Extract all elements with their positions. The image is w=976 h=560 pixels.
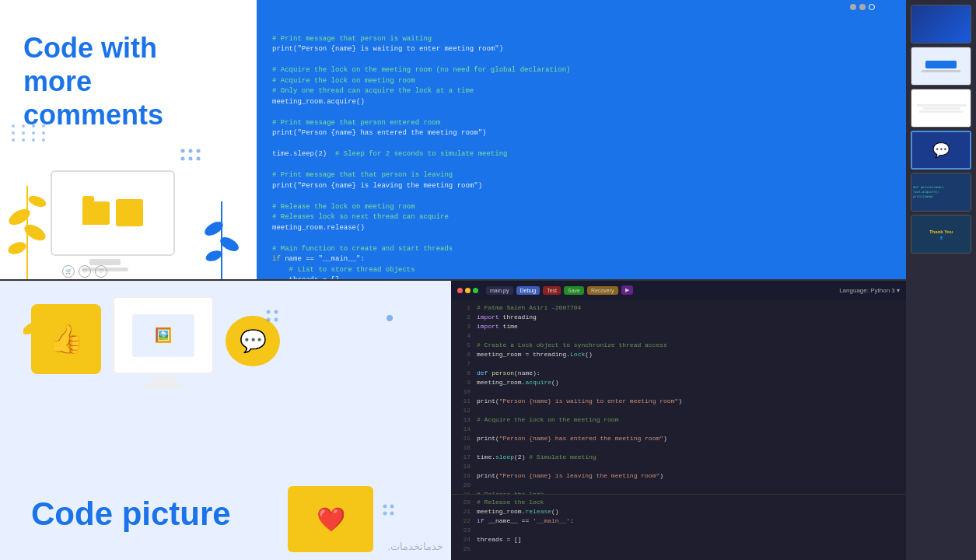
code-line: 1 # Fatma Saleh Asiri -2007704 [455, 303, 902, 313]
monitor-image-icon: 🖼️ [113, 296, 214, 374]
svg-point-24 [383, 511, 387, 515]
svg-point-9 [181, 149, 185, 152]
code-line: 15 print("Person {name} has entered the … [455, 434, 902, 443]
minimize-button[interactable] [465, 288, 471, 293]
slide-thumb-2[interactable] [911, 47, 971, 86]
slide-thumb-5[interactable]: def person(name): lock.acquire() print(n… [911, 173, 971, 212]
svg-point-18 [267, 310, 271, 314]
svg-point-19 [275, 310, 278, 314]
code-line-bottom: 21 meeting_room.release() [455, 507, 902, 516]
top-section: Code with more comments [0, 0, 906, 279]
tab-test[interactable]: Test [543, 286, 561, 295]
code-editor-panel: main.py Debug Test Save Recovery ▶ Langu… [451, 281, 906, 560]
code-line-bottom: 22 if __name__ == '__main__': [455, 516, 902, 526]
bottom-section: 👍 🖼️ [0, 281, 906, 560]
monitor-content [82, 199, 143, 226]
code-line: 14 [455, 425, 902, 434]
code-line: 4 [455, 331, 902, 341]
title-line1: Code with more [23, 32, 157, 97]
slides-sidebar: 💬 def person(name): lock.acquire() print… [906, 0, 976, 560]
code-line: 18 [455, 462, 902, 471]
title-line2: comments [23, 99, 163, 131]
watermark-text: خدمات [420, 541, 443, 552]
social-icons-row: 🛒 ♡ ♡ [62, 265, 107, 278]
code-line: 8 def person(name): [455, 369, 902, 378]
svg-point-23 [390, 504, 394, 508]
code-line: 17 time.sleep(2) # Simulate meeting [455, 453, 902, 462]
language-label: Language: Python 3 ▾ [839, 287, 900, 294]
svg-point-11 [197, 149, 201, 152]
plant-right-icon [202, 186, 241, 279]
svg-point-25 [390, 511, 394, 515]
bottom-illustrations: 👍 🖼️ [31, 296, 280, 374]
svg-point-20 [267, 318, 271, 322]
dots-bottom-3 [385, 312, 394, 326]
tab-recovery[interactable]: Recovery [587, 286, 618, 295]
svg-point-21 [275, 318, 278, 322]
watermark: خدماتخدمات. [387, 541, 443, 552]
slide-thumb-3[interactable] [911, 89, 971, 128]
tab-save[interactable]: Save [564, 286, 584, 295]
dots-bottom-2 [381, 502, 397, 521]
plant-left-icon [8, 170, 47, 279]
svg-point-3 [8, 240, 28, 256]
code-line: 3 import time [455, 322, 902, 331]
maximize-button[interactable] [473, 288, 478, 293]
code-line: 19 print("Person {name} is leaving the m… [455, 471, 902, 481]
svg-point-10 [189, 149, 193, 152]
slide-thumb-1[interactable] [911, 5, 971, 44]
like-icon: ♡ [95, 265, 107, 278]
code-line: 5 # Create a Lock object to synchronize … [455, 341, 902, 350]
svg-point-2 [22, 221, 47, 243]
top-illustration: 🛒 ♡ ♡ [8, 124, 241, 279]
content-area: Code with more comments [0, 0, 906, 560]
code-line: 7 [455, 359, 902, 369]
close-button[interactable] [457, 288, 463, 293]
svg-point-26 [387, 315, 393, 321]
tab-file[interactable]: main.py [486, 286, 513, 295]
slide-thumb-4[interactable]: 💬 [911, 131, 971, 170]
tab-debug[interactable]: Debug [516, 286, 540, 295]
svg-point-22 [383, 504, 387, 508]
laptop-heart-icon: ❤️ [288, 486, 373, 552]
monitor-stand [89, 259, 121, 265]
dots-bottom-1 [264, 308, 284, 331]
tab-extra[interactable]: ▶ [621, 285, 633, 295]
cart-icon: 🛒 [62, 265, 75, 278]
slide-thumb-6[interactable]: Thank You 👤 [911, 215, 971, 254]
code-line-bottom: 23 [455, 526, 902, 535]
code-line: 12 [455, 406, 902, 415]
bottom-code-strip: 20 # Release the lock 21 meeting_room.re… [451, 494, 906, 560]
file-icon [116, 199, 143, 226]
code-line: 9 meeting_room.acquire() [455, 378, 902, 387]
code-line: 13 # Acquire the lock on the meeting roo… [455, 415, 902, 425]
bottom-title: Code picture [31, 495, 231, 533]
code-content: # Print message that person is waiting p… [264, 8, 898, 279]
top-left-panel: Code with more comments [0, 0, 257, 279]
code-panel: # Print message that person is waiting p… [257, 0, 906, 279]
code-line-bottom: 20 # Release the lock [455, 498, 902, 507]
code-line: 16 [455, 443, 902, 453]
code-line: 6 meeting_room = threading.Lock() [455, 350, 902, 359]
code-line-bottom: 24 threads = [] [455, 535, 902, 544]
editor-header: main.py Debug Test Save Recovery ▶ Langu… [451, 281, 906, 299]
editor-controls [457, 288, 478, 293]
svg-point-14 [197, 156, 201, 160]
svg-point-12 [181, 156, 185, 160]
bottom-left-panel: 👍 🖼️ [0, 281, 451, 560]
code-line-bottom: 25 [455, 544, 902, 554]
svg-point-8 [205, 248, 224, 263]
code-line: 10 [455, 387, 902, 397]
monitor-frame [51, 170, 175, 256]
svg-point-4 [27, 194, 47, 208]
folder-icon [82, 201, 110, 225]
decorative-dots-top-right [179, 147, 202, 166]
page-title: Code with more comments [23, 31, 233, 132]
code-line: 11 print("Person {name} is waiting to en… [455, 397, 902, 406]
code-line: 20 [455, 481, 902, 490]
code-line: 2 import threading [455, 313, 902, 322]
bottom-plant-left-icon [23, 293, 54, 374]
heart-icon: ♡ [79, 265, 91, 278]
svg-point-13 [189, 156, 193, 160]
main-container: Code with more comments [0, 0, 976, 560]
